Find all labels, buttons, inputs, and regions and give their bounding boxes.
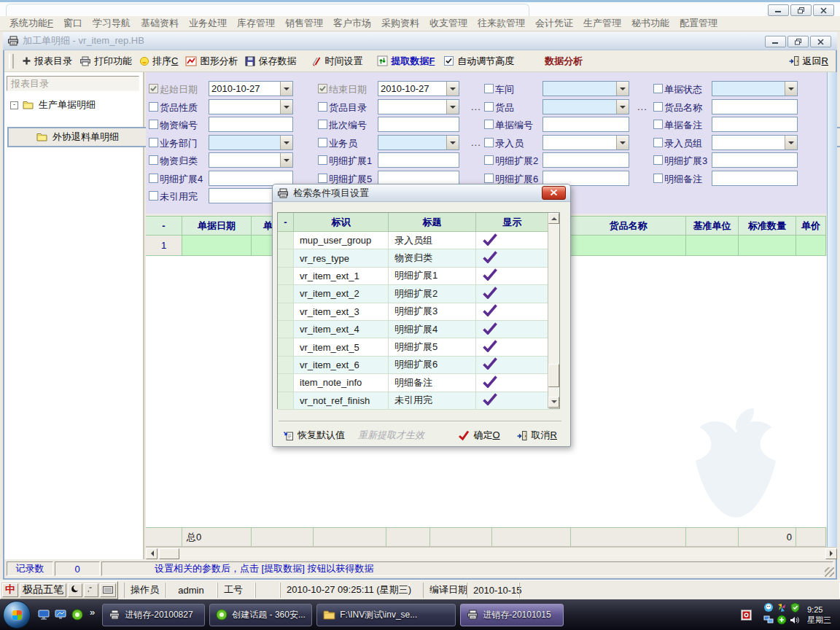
filter-dropdown-r1c4[interactable] [712, 81, 798, 96]
browse-dots-button[interactable]: ... [471, 137, 481, 148]
table-cell[interactable] [796, 236, 826, 256]
filter-checkbox-r2c3[interactable] [484, 102, 494, 112]
filter-checkbox-r1c4[interactable] [653, 84, 663, 93]
dialog-row-vr_item_ext_1[interactable]: vr_item_ext_1明细扩展1 [278, 268, 559, 285]
tray-volume-icon[interactable] [790, 615, 800, 627]
column-header-2[interactable]: 单据日期 [182, 216, 252, 236]
taskbar-task-4[interactable]: 进销存-20101015 [460, 604, 564, 626]
dropdown-button[interactable] [280, 136, 292, 149]
filter-checkbox-r3c3[interactable] [484, 120, 494, 129]
column-header-1[interactable]: - [146, 216, 182, 236]
filter-input-r3c4[interactable] [712, 117, 798, 132]
filter-checkbox-r6c4[interactable] [653, 174, 663, 183]
field-shown-checkbox[interactable] [476, 374, 549, 392]
filter-checkbox-r5c1[interactable] [149, 155, 158, 165]
menu-item-13[interactable]: 生产管理 [578, 15, 626, 31]
filter-input-r3c1[interactable] [209, 117, 293, 132]
column-header-8[interactable]: 货品名称 [571, 216, 686, 236]
toolbar-grip[interactable] [9, 54, 14, 69]
filter-input-r5c4[interactable] [712, 152, 798, 168]
dialog-row-vr_not_ref_finish[interactable]: vr_not_ref_finish未引用完 [278, 392, 559, 410]
menu-item-4[interactable]: 基础资料 [136, 15, 184, 31]
app-minimize-button[interactable] [768, 4, 789, 16]
filter-dropdown-r2c3[interactable] [542, 99, 629, 114]
toolbar-button-refresh[interactable]: 提取数据F [373, 52, 438, 70]
vertical-scrollbar[interactable] [827, 72, 837, 547]
menu-item-12[interactable]: 会计凭证 [530, 15, 578, 31]
quick-launch-overflow[interactable]: » [90, 607, 95, 618]
column-header-10[interactable]: 标准数量 [739, 216, 796, 236]
browse-dots-button[interactable]: ... [471, 101, 481, 112]
menu-item-2[interactable]: 窗口 [58, 15, 88, 31]
toolbar-button-save[interactable]: 保存数据 [241, 52, 300, 70]
cancel-button[interactable]: 取消R [516, 429, 557, 442]
field-shown-checkbox[interactable] [476, 285, 549, 303]
switch-windows-icon[interactable] [55, 610, 66, 620]
toolbar-button-chart[interactable]: 图形分析 [182, 52, 241, 70]
filter-dropdown-r5c1[interactable] [209, 152, 293, 168]
auto-height-checkbox[interactable] [444, 56, 454, 66]
dropdown-button[interactable] [785, 136, 797, 149]
dialog-row-mup_user_group[interactable]: mup_user_group录入员组 [278, 232, 559, 249]
filter-checkbox-r4c4[interactable] [653, 138, 663, 147]
menu-item-6[interactable]: 库存管理 [232, 15, 280, 31]
taskbar-task-3[interactable]: F:\INV测试\inv_se... [316, 604, 456, 626]
menu-item-8[interactable]: 客户市场 [328, 15, 376, 31]
filter-checkbox-r6c2[interactable] [318, 174, 327, 183]
ime-name-button[interactable]: 极品五笔 [20, 583, 66, 597]
dropdown-button[interactable] [616, 100, 629, 114]
dialog-row-vr_item_ext_3[interactable]: vr_item_ext_3明细扩展3 [278, 303, 559, 321]
table-cell[interactable] [182, 236, 252, 256]
tray-shield-icon[interactable] [790, 602, 800, 615]
field-shown-checkbox[interactable] [476, 321, 549, 338]
filter-checkbox-r1c2[interactable] [318, 84, 327, 93]
report-minimize-button[interactable] [765, 36, 786, 47]
toolbar-button-sort[interactable]: 排序C [136, 52, 182, 70]
start-button[interactable] [3, 601, 31, 629]
filter-dropdown-r4c3[interactable] [542, 135, 629, 150]
taskbar-task-2[interactable]: 创建话题 - 360安... [209, 604, 312, 626]
filter-input-r3c2[interactable] [378, 117, 459, 132]
filter-dropdown-r4c4[interactable] [712, 135, 798, 150]
menu-item-3[interactable]: 学习导航 [88, 15, 136, 31]
column-header-9[interactable]: 基准单位 [686, 216, 739, 236]
dropdown-button[interactable] [280, 82, 292, 96]
filter-dropdown-r1c3[interactable] [542, 81, 629, 96]
filter-dropdown-r1c2[interactable]: 2010-10-27 [378, 81, 459, 96]
dialog-scroll-thumb[interactable] [548, 364, 559, 387]
dialog-scrollbar[interactable] [548, 213, 559, 408]
toolbar-button-time[interactable]: 时间设置 [307, 52, 366, 70]
filter-checkbox-r3c1[interactable] [149, 120, 158, 129]
scroll-thumb[interactable] [159, 548, 179, 559]
restore-defaults-button[interactable]: 恢复默认值 [283, 429, 345, 442]
filter-checkbox-r6c1[interactable] [149, 174, 158, 183]
dropdown-button[interactable] [446, 82, 459, 96]
filter-checkbox-r6c3[interactable] [484, 174, 494, 183]
dialog-titlebar[interactable]: 检索条件项目设置 [273, 184, 570, 202]
filter-dropdown-r2c1[interactable] [209, 99, 293, 114]
dialog-row-vr_item_ext_4[interactable]: vr_item_ext_4明细扩展4 [278, 321, 559, 338]
scroll-right-button[interactable] [825, 548, 837, 559]
filter-checkbox-r3c4[interactable] [653, 120, 663, 129]
field-shown-checkbox[interactable] [476, 303, 549, 321]
filter-dropdown-r4c2[interactable] [378, 135, 459, 150]
tray-messenger-icon[interactable] [763, 602, 774, 615]
toolbar-button-printer[interactable]: 打印功能 [76, 52, 136, 70]
tree-root[interactable]: -生产单据明细 [4, 95, 143, 115]
menu-item-14[interactable]: 秘书功能 [626, 15, 674, 31]
horizontal-scrollbar[interactable] [146, 547, 837, 559]
resize-grip[interactable] [825, 567, 834, 577]
filter-checkbox-r1c1[interactable] [149, 84, 158, 93]
report-close-button[interactable] [810, 36, 831, 47]
ime-keyboard-button[interactable] [100, 583, 116, 597]
filter-checkbox-r5c3[interactable] [484, 155, 494, 165]
dialog-row-vr_item_ext_6[interactable]: vr_item_ext_6明细扩展6 [278, 357, 559, 374]
filter-checkbox-r1c3[interactable] [484, 84, 494, 93]
column-header-11[interactable]: 单价 [796, 216, 826, 236]
menu-item-9[interactable]: 采购资料 [376, 15, 424, 31]
ok-button[interactable]: 确定O [458, 429, 499, 442]
filter-checkbox-r3c2[interactable] [318, 120, 327, 129]
filter-checkbox-r2c4[interactable] [653, 102, 663, 112]
field-shown-checkbox[interactable] [476, 268, 549, 285]
dialog-row-vr_item_ext_5[interactable]: vr_item_ext_5明细扩展5 [278, 338, 559, 356]
